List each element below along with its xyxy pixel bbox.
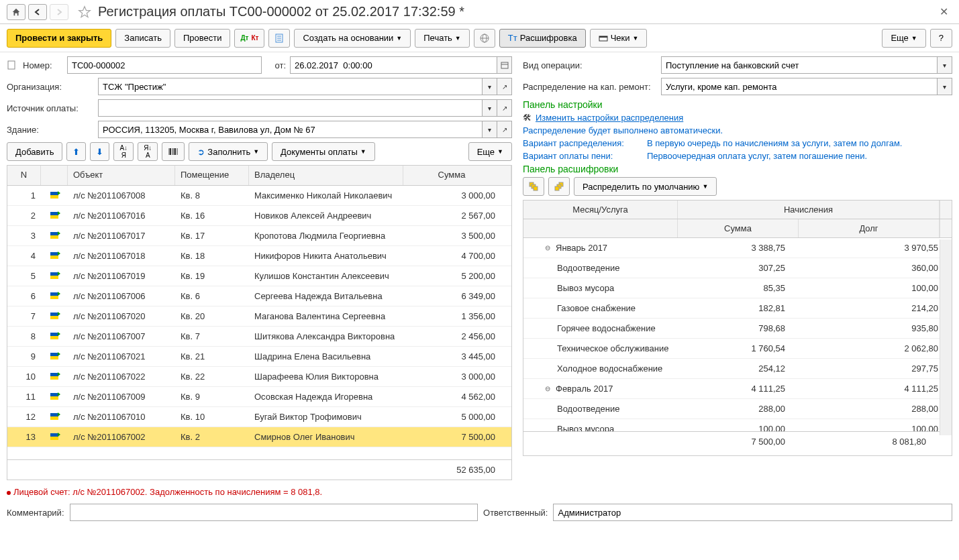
barcode-button[interactable] bbox=[162, 142, 185, 161]
dt-kt-button[interactable]: ДтКт bbox=[234, 29, 264, 48]
col-sum[interactable]: Сумма bbox=[678, 219, 799, 237]
back-button[interactable] bbox=[28, 4, 47, 20]
number-input[interactable] bbox=[67, 56, 262, 74]
more-button[interactable]: Еще ▼ bbox=[882, 29, 925, 48]
row-flag-icon bbox=[50, 292, 58, 299]
col-sum[interactable]: Сумма bbox=[403, 166, 511, 185]
table-row[interactable]: 3л/с №2011067017Кв. 17Кропотова Людмила … bbox=[7, 226, 511, 246]
distribute-default-button[interactable]: Распределить по умолчанию ▼ bbox=[574, 177, 717, 196]
col-object[interactable]: Объект bbox=[68, 166, 175, 185]
row-flag-icon bbox=[50, 272, 58, 279]
collapse-icon[interactable]: ⊖ bbox=[544, 385, 552, 393]
table-row[interactable]: 6л/с №2011067006Кв. 6Сергеева Надежда Ви… bbox=[7, 286, 511, 306]
move-up-button[interactable]: ⬆ bbox=[66, 142, 86, 161]
detail-group-row[interactable]: ⊖Январь 20173 388,753 970,55 bbox=[523, 238, 952, 258]
detail-total-sum: 7 500,00 bbox=[678, 433, 799, 450]
help-button[interactable]: ? bbox=[930, 29, 952, 48]
detail-item-row[interactable]: Горячее водоснабжение798,68935,80 bbox=[523, 319, 952, 339]
calendar-icon[interactable] bbox=[497, 56, 512, 74]
table-row[interactable]: 13л/с №2011067002Кв. 2Смирнов Олег Ивано… bbox=[7, 427, 511, 447]
table-row[interactable]: 1л/с №2011067008Кв. 8Максименко Николай … bbox=[7, 186, 511, 206]
table-row[interactable]: 7л/с №2011067020Кв. 20Маганова Валентина… bbox=[7, 306, 511, 327]
detail-group-row[interactable]: ⊖Февраль 20174 111,254 111,25 bbox=[523, 379, 952, 399]
table-row[interactable]: 2л/с №2011067016Кв. 16Новиков Алексей Ан… bbox=[7, 206, 511, 226]
dropdown-icon[interactable]: ▾ bbox=[938, 56, 952, 74]
detail-item-row[interactable]: Холодное водоснабжение254,12297,75 bbox=[523, 359, 952, 379]
v-scrollbar[interactable] bbox=[940, 239, 952, 435]
number-label: Номер: bbox=[23, 60, 63, 70]
document-icon-button[interactable] bbox=[268, 29, 290, 48]
create-based-button[interactable]: Создать на основании ▼ bbox=[294, 29, 411, 48]
row-flag-icon bbox=[50, 333, 58, 339]
detail-item-row[interactable]: Вывоз мусора100,00100,00 bbox=[523, 419, 952, 431]
svg-rect-23 bbox=[555, 186, 559, 190]
detail-table: Месяц/Услуга Начисления Сумма Долг ⊖Янва… bbox=[523, 200, 952, 456]
collapse-icon[interactable]: ⊖ bbox=[544, 244, 552, 252]
op-type-input[interactable] bbox=[661, 56, 938, 74]
warning-text: Лицевой счет: л/с №2011067002. Задолженн… bbox=[13, 487, 322, 497]
open-icon[interactable]: ↗ bbox=[497, 99, 512, 117]
dropdown-icon[interactable]: ▾ bbox=[483, 78, 497, 95]
col-charges[interactable]: Начисления bbox=[678, 201, 940, 219]
sub-more-button[interactable]: Еще ▼ bbox=[468, 142, 512, 161]
post-and-close-button[interactable]: Провести и закрыть bbox=[7, 29, 111, 48]
building-input[interactable] bbox=[98, 121, 483, 138]
date-label: от: bbox=[266, 60, 286, 70]
penalty-label: Вариант оплаты пени: bbox=[523, 151, 647, 161]
decode-button[interactable]: Тт Расшифровка bbox=[499, 29, 586, 48]
home-button[interactable] bbox=[7, 4, 26, 20]
save-button[interactable]: Записать bbox=[115, 29, 170, 48]
h-scrollbar[interactable] bbox=[7, 480, 511, 480]
fill-button[interactable]: ➲ Заполнить ▼ bbox=[189, 142, 268, 161]
dropdown-icon[interactable]: ▾ bbox=[483, 121, 497, 138]
op-type-label: Вид операции: bbox=[523, 60, 657, 70]
sort-asc-button[interactable]: А↓Я bbox=[113, 142, 134, 161]
auto-distr-text: Распределение будет выполнено автоматиче… bbox=[523, 125, 952, 135]
collapse-all-button[interactable] bbox=[548, 177, 570, 196]
close-button[interactable]: ✕ bbox=[936, 5, 952, 18]
pay-docs-button[interactable]: Документы оплаты ▼ bbox=[272, 142, 375, 161]
org-input[interactable] bbox=[98, 78, 483, 95]
edit-settings-link[interactable]: Изменить настройки распределения bbox=[536, 113, 683, 123]
globe-icon-button[interactable] bbox=[474, 29, 495, 48]
comment-input[interactable] bbox=[70, 504, 478, 521]
table-row[interactable]: 5л/с №2011067019Кв. 19Кулишов Константин… bbox=[7, 266, 511, 286]
date-input[interactable] bbox=[290, 56, 497, 74]
accounts-table: N Объект Помещение Владелец Сумма 1л/с №… bbox=[7, 165, 512, 480]
add-row-button[interactable]: Добавить bbox=[7, 142, 62, 161]
col-month-service[interactable]: Месяц/Услуга bbox=[523, 201, 678, 219]
doc-icon bbox=[7, 60, 16, 70]
detail-item-row[interactable]: Газовое снабжение182,81214,20 bbox=[523, 298, 952, 319]
detail-item-row[interactable]: Водоотведение307,25360,00 bbox=[523, 258, 952, 278]
sort-desc-button[interactable]: Я↓А bbox=[138, 142, 158, 161]
dropdown-icon[interactable]: ▾ bbox=[938, 78, 952, 95]
table-row[interactable]: 9л/с №2011067021Кв. 21Шадрина Елена Васи… bbox=[7, 347, 511, 367]
detail-item-row[interactable]: Водоотведение288,00288,00 bbox=[523, 399, 952, 419]
expand-all-button[interactable] bbox=[523, 177, 544, 196]
col-room[interactable]: Помещение bbox=[175, 166, 249, 185]
responsible-label: Ответственный: bbox=[483, 508, 548, 518]
col-n[interactable]: N bbox=[7, 166, 41, 185]
responsible-input[interactable] bbox=[553, 504, 952, 521]
table-row[interactable]: 10л/с №2011067022Кв. 22Шарафеева Юлия Ви… bbox=[7, 367, 511, 387]
table-row[interactable]: 8л/с №2011067007Кв. 7Шитякова Александра… bbox=[7, 327, 511, 347]
comment-label: Комментарий: bbox=[7, 508, 64, 518]
table-row[interactable]: 4л/с №2011067018Кв. 18Никифоров Никита А… bbox=[7, 246, 511, 266]
dropdown-icon[interactable]: ▾ bbox=[483, 99, 497, 117]
post-button[interactable]: Провести bbox=[174, 29, 231, 48]
table-row[interactable]: 12л/с №2011067010Кв. 10Бугай Виктор Троф… bbox=[7, 407, 511, 427]
distr-input[interactable] bbox=[661, 78, 938, 95]
col-debt[interactable]: Долг bbox=[799, 219, 940, 237]
col-owner[interactable]: Владелец bbox=[249, 166, 403, 185]
detail-total-debt: 8 081,80 bbox=[799, 433, 940, 450]
open-icon[interactable]: ↗ bbox=[497, 121, 512, 138]
table-row[interactable]: 11л/с №2011067009Кв. 9Осовская Надежда И… bbox=[7, 387, 511, 407]
favorite-icon[interactable] bbox=[77, 4, 93, 20]
open-icon[interactable]: ↗ bbox=[497, 78, 512, 95]
detail-item-row[interactable]: Вывоз мусора85,35100,00 bbox=[523, 278, 952, 298]
print-button[interactable]: Печать ▼ bbox=[415, 29, 470, 48]
detail-item-row[interactable]: Техническое обслуживание1 760,542 062,80 bbox=[523, 339, 952, 359]
checks-button[interactable]: Чеки ▼ bbox=[590, 29, 648, 48]
move-down-button[interactable]: ⬇ bbox=[90, 142, 109, 161]
source-input[interactable] bbox=[98, 99, 483, 117]
